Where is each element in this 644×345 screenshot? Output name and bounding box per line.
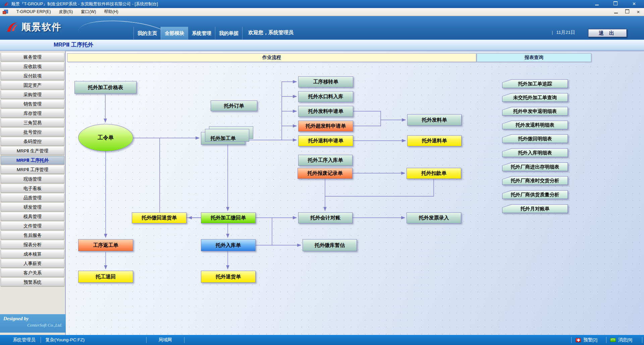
sidebar-item[interactable]: 研发管理 xyxy=(1,203,64,211)
flow-node[interactable]: 托工退回 xyxy=(78,271,133,283)
message-icon xyxy=(610,338,616,342)
status-network: 局域网 xyxy=(158,335,172,345)
sidebar-item[interactable]: 模具管理 xyxy=(1,212,64,221)
flow-node[interactable]: 托外报废记录单 xyxy=(298,168,353,179)
flow-node-label: 托外加工价格表 xyxy=(88,84,123,91)
report-button[interactable]: 托外入库明细表 xyxy=(502,148,568,157)
flow-node[interactable]: 托外加工价格表 xyxy=(74,81,137,94)
header-date: |11月21日 xyxy=(552,29,575,36)
report-button[interactable]: 托外月对账单 xyxy=(502,204,568,213)
sidebar-item[interactable]: 账务管理 xyxy=(1,53,64,61)
report-button[interactable]: 未交托外加工单查询 xyxy=(502,93,568,102)
flow-node-label: 托外发料申请单 xyxy=(308,108,343,115)
tab-work-flow[interactable]: 作业流程 xyxy=(67,53,476,62)
flow-node[interactable]: 工序移转单 xyxy=(298,76,353,87)
flow-node[interactable]: 托外工序入库单 xyxy=(298,155,353,166)
sidebar-item[interactable]: 成本核算 xyxy=(1,250,64,258)
flow-node[interactable]: 托外缴回退货单 xyxy=(132,212,186,223)
report-button-label: 托外厂商供货质量分析 xyxy=(502,191,568,199)
app-window-icon xyxy=(3,10,8,14)
flow-node[interactable]: 托外会计对账 xyxy=(298,212,353,223)
mdi-minimize-button[interactable] xyxy=(614,10,618,14)
flow-node[interactable]: 托外入库单 xyxy=(201,239,256,251)
report-button-label: 托外加工单追踪 xyxy=(502,80,568,88)
sidebar-item[interactable]: 售后服务 xyxy=(1,231,64,239)
flow-node-label: 托外加工单 xyxy=(211,135,236,142)
flow-node[interactable]: 托外退料申请单 xyxy=(298,135,353,146)
flow-node[interactable]: 托外发票录入 xyxy=(407,212,461,223)
flow-node-label: 托外缴库暂估 xyxy=(315,242,345,249)
report-button[interactable]: 托外厂商供货质量分析 xyxy=(502,190,568,199)
designed-by-text: Designed by xyxy=(3,316,62,322)
sidebar-item[interactable]: 销售管理 xyxy=(1,100,64,108)
report-button[interactable]: 托外发退料明细表 xyxy=(502,121,568,129)
sidebar-item[interactable]: 批号管控 xyxy=(1,128,64,136)
sidebar-item[interactable]: 报表分析 xyxy=(1,240,64,249)
status-messages[interactable]: 消息[9] xyxy=(618,335,632,345)
sidebar-item[interactable]: 应付款项 xyxy=(1,72,64,80)
menu-item[interactable]: 帮助(H) xyxy=(100,8,122,16)
flow-node[interactable]: 托外订单 xyxy=(211,100,257,111)
mdi-restore-button[interactable] xyxy=(625,9,629,14)
sidebar-item[interactable]: 客户关系 xyxy=(1,269,64,277)
menu-item[interactable]: 皮肤(S) xyxy=(55,8,77,16)
status-alerts[interactable]: 预警[2] xyxy=(583,335,597,345)
nav-tab[interactable]: 全部模块 xyxy=(161,27,188,40)
flow-node[interactable]: 托外加工单 xyxy=(201,132,245,145)
sidebar-item[interactable]: MRPⅡ 工序托外 xyxy=(1,156,64,164)
exit-button[interactable]: 退 出 xyxy=(588,29,627,37)
maximize-button[interactable] xyxy=(613,0,618,8)
report-button-label: 托外入库明细表 xyxy=(502,149,568,157)
sidebar-item[interactable]: 电子看板 xyxy=(1,184,64,193)
flow-node-label: 托外退货单 xyxy=(216,274,241,280)
sidebar-item[interactable]: 条码管控 xyxy=(1,137,64,146)
report-button[interactable]: 托外申发申退明细表 xyxy=(502,107,568,116)
report-button[interactable]: 托外厂商准时交货分析 xyxy=(502,176,568,185)
report-button[interactable]: 托外加工单追踪 xyxy=(502,79,568,88)
brand-name: 顺景软件 xyxy=(21,21,62,33)
nav-tab[interactable]: 我的主页 xyxy=(133,27,161,40)
sidebar-item[interactable]: 库存管理 xyxy=(1,109,64,118)
sidebar-item[interactable]: 现场管理 xyxy=(1,175,64,183)
flow-node[interactable]: 托外超发料申请单 xyxy=(298,121,353,132)
report-button-label: 托外月对账单 xyxy=(502,205,568,213)
sidebar-item[interactable]: 预警系统 xyxy=(1,278,64,286)
report-button[interactable]: 托外厂商进出存明细表 xyxy=(502,162,568,171)
sidebar-item[interactable]: 采购管理 xyxy=(1,90,64,99)
tab-report-query[interactable]: 报表查询 xyxy=(477,53,591,62)
sidebar-item[interactable]: 固定资产 xyxy=(1,81,64,89)
menu-item[interactable]: 窗口(W) xyxy=(77,8,100,16)
module-sidebar: 账务管理 应收款项 应付款项 固定资产 采购管理 销售管理 库存管理 三角贸易 … xyxy=(0,51,66,335)
flow-node[interactable]: 托外退料单 xyxy=(407,135,462,146)
sidebar-item[interactable]: 文件管理 xyxy=(1,222,64,230)
sidebar-item[interactable]: 应收款项 xyxy=(1,62,64,71)
sidebar-item[interactable]: 人事薪资 xyxy=(1,259,64,268)
sidebar-item[interactable]: MRPⅡ 生产管理 xyxy=(1,147,64,155)
alert-icon xyxy=(576,338,581,342)
report-button[interactable]: 托外缴回明细表 xyxy=(502,134,568,143)
close-button[interactable]: ✕ xyxy=(632,0,636,8)
sidebar-item[interactable]: MRPⅡ 工序管理 xyxy=(1,165,64,174)
sidebar-item[interactable]: 三角贸易 xyxy=(1,119,64,127)
nav-tab[interactable]: 我的单据 xyxy=(215,27,243,40)
menu-item[interactable]: T-GROUP ERP(E) xyxy=(12,8,55,16)
flow-node-label: 托外退料申请单 xyxy=(308,138,343,144)
flow-node[interactable]: 托外缴库暂估 xyxy=(303,239,357,251)
minimize-button[interactable] xyxy=(595,0,599,8)
flow-node[interactable]: 托外加工缴回单 xyxy=(201,212,256,223)
page-title-bar: MRPⅡ 工序托外 xyxy=(0,40,644,51)
flow-node-label: 托外缴回退货单 xyxy=(142,215,177,221)
flow-node[interactable]: 托外发料申请单 xyxy=(298,106,353,117)
mdi-close-button[interactable]: ✕ xyxy=(637,10,640,14)
flow-node[interactable]: 托外水口料入库 xyxy=(298,91,353,102)
flow-node[interactable]: 工令单 xyxy=(78,124,133,151)
flow-node-label: 工序移转单 xyxy=(313,79,338,85)
sidebar-item[interactable]: 品质管理 xyxy=(1,194,64,202)
flow-node[interactable]: 工序返工单 xyxy=(78,239,133,251)
flow-node-label: 托工退回 xyxy=(96,274,116,280)
flow-node[interactable]: 托外发料单 xyxy=(407,114,462,126)
flow-node[interactable]: 托外退货单 xyxy=(201,271,256,283)
flow-node[interactable]: 托外扣款单 xyxy=(407,168,461,179)
report-button-label: 托外缴回明细表 xyxy=(502,135,568,143)
nav-tab[interactable]: 系统管理 xyxy=(188,27,215,40)
